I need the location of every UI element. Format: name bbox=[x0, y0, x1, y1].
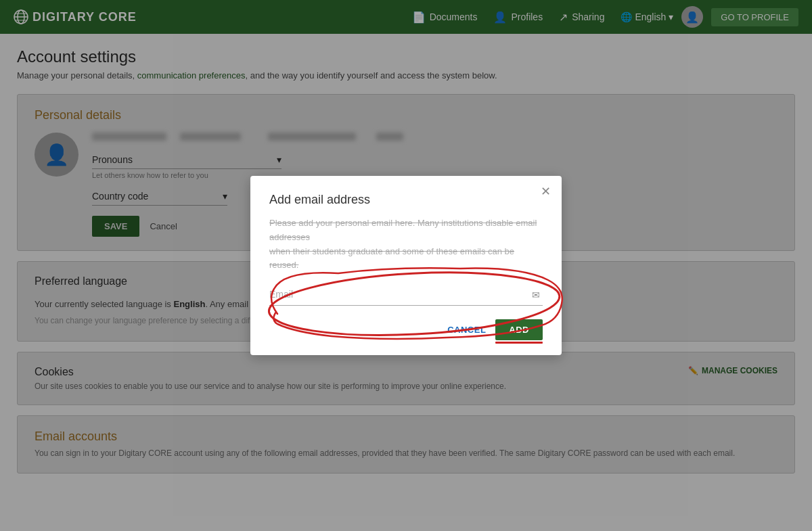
add-button-wrapper: ADD bbox=[495, 319, 543, 340]
modal-overlay: Add email address ✕ Please add your pers… bbox=[0, 0, 812, 531]
email-input[interactable] bbox=[269, 283, 543, 306]
add-email-modal: Add email address ✕ Please add your pers… bbox=[250, 176, 562, 355]
modal-body-text: Please add your personal email here. Man… bbox=[269, 216, 543, 273]
add-button[interactable]: ADD bbox=[495, 319, 543, 340]
modal-title: Add email address bbox=[269, 193, 543, 207]
cancel-modal-button[interactable]: CANCEL bbox=[447, 325, 486, 335]
email-envelope-icon: ✉ bbox=[532, 290, 540, 300]
modal-close-button[interactable]: ✕ bbox=[541, 185, 551, 198]
add-button-underline bbox=[495, 342, 543, 344]
modal-footer: CANCEL ADD bbox=[269, 319, 543, 340]
email-input-wrapper: ✉ bbox=[269, 283, 543, 306]
